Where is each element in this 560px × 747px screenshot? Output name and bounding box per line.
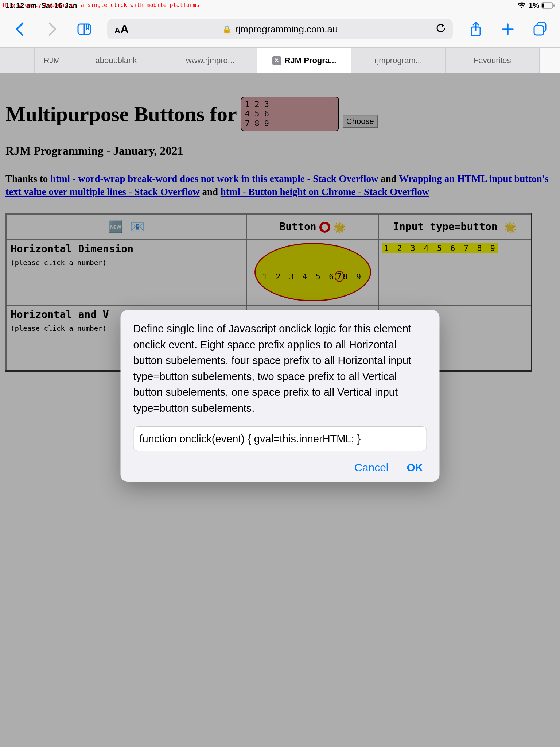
overlay-annotation: This wrongly happens on a single click w… [2, 2, 199, 8]
dialog-message: Define single line of Javascript onclick… [133, 321, 427, 416]
close-icon[interactable]: ✕ [272, 56, 281, 65]
battery-icon [541, 2, 555, 9]
svg-rect-2 [542, 3, 544, 8]
text-size-button[interactable]: AA [114, 23, 129, 36]
status-battery-text: 1% [529, 1, 539, 10]
cancel-button[interactable]: Cancel [354, 461, 388, 474]
forward-button [43, 20, 61, 38]
tab-strip: RJM about:blank www.rjmpro... ✕ RJM Prog… [0, 47, 560, 73]
svg-rect-9 [534, 26, 544, 35]
ok-button[interactable]: OK [407, 461, 423, 474]
browser-chrome: AA 🔒 rjmprogramming.com.au RJM about:bla… [0, 0, 560, 73]
new-tab-button[interactable] [499, 20, 517, 38]
url-bar[interactable]: AA 🔒 rjmprogramming.com.au [107, 19, 453, 39]
share-button[interactable] [467, 20, 485, 38]
tab-1[interactable]: about:blank [69, 48, 163, 73]
tab-0[interactable]: RJM [35, 48, 69, 73]
wifi-icon [517, 2, 526, 9]
tab-3-active[interactable]: ✕ RJM Progra... [257, 48, 351, 73]
toolbar: AA 🔒 rjmprogramming.com.au [0, 15, 560, 44]
js-prompt-dialog: Define single line of Javascript onclick… [121, 310, 440, 482]
tab-4[interactable]: rjmprogram... [351, 48, 446, 73]
dialog-input[interactable] [133, 426, 427, 451]
tabs-button[interactable] [531, 20, 549, 38]
bookmarks-button[interactable] [75, 20, 93, 38]
lock-icon: 🔒 [222, 25, 232, 34]
url-text: rjmprogramming.com.au [235, 24, 338, 35]
back-button[interactable] [11, 20, 29, 38]
svg-rect-1 [553, 4, 555, 7]
tab-2[interactable]: www.rjmpro... [163, 48, 257, 73]
tab-overflow[interactable] [0, 48, 35, 73]
reload-button[interactable] [435, 22, 446, 36]
tab-5[interactable]: Favourites [446, 48, 540, 73]
